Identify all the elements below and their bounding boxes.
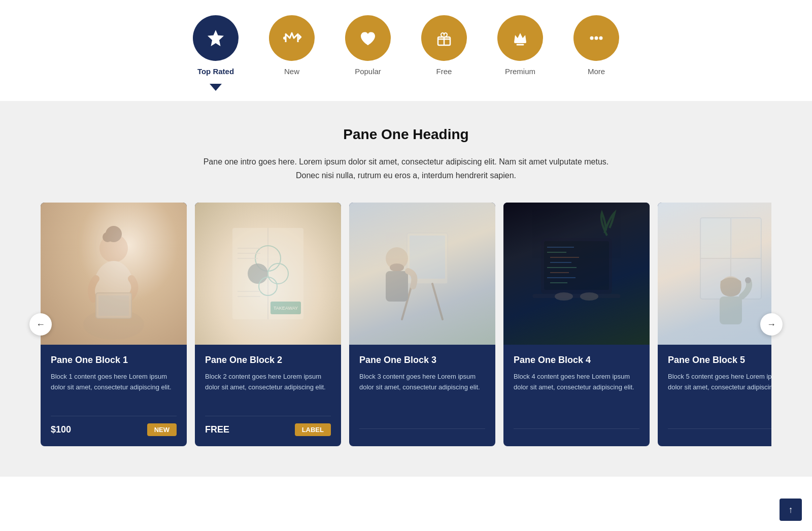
svg-text:TAKEAWAY: TAKEAWAY	[274, 306, 298, 311]
card-1[interactable]: Pane One Block 1 Block 1 content goes he…	[41, 203, 187, 446]
right-arrow-icon: →	[767, 319, 776, 330]
new-icon	[269, 15, 315, 61]
card-2[interactable]: TAKEAWAY Pane One Block 2 Block 2 conten…	[195, 203, 341, 446]
pane-heading: Pane One Heading	[41, 126, 771, 143]
card-2-img-overlay: TAKEAWAY	[195, 203, 341, 345]
card-5-body: Pane One Block 5 Block 5 content goes he…	[658, 345, 771, 446]
svg-rect-48	[701, 219, 730, 258]
tab-more[interactable]: More	[573, 15, 619, 76]
tab-premium[interactable]: Premium	[497, 15, 543, 76]
left-arrow-icon: ←	[36, 319, 45, 330]
svg-point-44	[580, 292, 598, 301]
tab-free[interactable]: Free	[421, 15, 467, 76]
svg-marker-0	[208, 30, 224, 46]
svg-point-31	[390, 263, 404, 272]
popular-label: Popular	[355, 67, 381, 76]
card-1-image	[41, 203, 187, 345]
card-5-image	[658, 203, 771, 345]
card-2-title: Pane One Block 2	[205, 355, 331, 366]
new-label: New	[284, 67, 299, 76]
premium-icon	[497, 15, 543, 61]
svg-point-3	[590, 37, 594, 40]
premium-label: Premium	[505, 67, 535, 76]
card-1-img-overlay	[41, 203, 187, 345]
card-5[interactable]: Pane One Block 5 Block 5 content goes he…	[658, 203, 771, 446]
card-2-image: TAKEAWAY	[195, 203, 341, 345]
free-label: Free	[436, 67, 452, 76]
pane-intro: Pane one intro goes here. Lorem ipsum do…	[203, 155, 609, 182]
tab-top-rated[interactable]: Top Rated	[193, 15, 239, 91]
card-4-title: Pane One Block 4	[514, 355, 639, 366]
card-5-text: Block 5 content goes here Lorem ipsum do…	[668, 372, 771, 418]
svg-point-4	[595, 37, 598, 40]
next-arrow[interactable]: →	[760, 313, 783, 336]
more-label: More	[588, 67, 605, 76]
tab-popular[interactable]: Popular	[345, 15, 391, 76]
card-3-footer	[359, 428, 485, 436]
svg-rect-32	[386, 271, 408, 302]
more-icon	[573, 15, 619, 61]
svg-rect-51	[720, 296, 742, 324]
cards-wrapper: ←	[41, 203, 771, 446]
card-4-footer	[514, 428, 639, 436]
card-2-badge[interactable]: Label	[295, 423, 331, 436]
card-2-text: Block 2 content goes here Lorem ipsum do…	[205, 372, 331, 406]
card-4-text: Block 4 content goes here Lorem ipsum do…	[514, 372, 639, 418]
svg-point-5	[599, 37, 603, 40]
category-nav: Top Rated New Popular	[0, 0, 812, 101]
card-2-footer: FREE Label	[205, 416, 331, 436]
card-3-title: Pane One Block 3	[359, 355, 485, 366]
card-1-price: $100	[51, 424, 71, 435]
svg-rect-12	[98, 295, 129, 316]
card-4-body: Pane One Block 4 Block 4 content goes he…	[503, 345, 650, 446]
card-1-footer: $100 NEW	[51, 416, 177, 436]
content-pane: Pane One Heading Pane one intro goes her…	[0, 101, 812, 477]
card-3-body: Pane One Block 3 Block 3 content goes he…	[349, 345, 495, 446]
svg-point-16	[248, 263, 268, 284]
card-4-img-overlay	[503, 203, 650, 345]
card-1-text: Block 1 content goes here Lorem ipsum do…	[51, 372, 177, 406]
free-icon	[421, 15, 467, 61]
svg-rect-49	[732, 219, 760, 258]
card-4-image	[503, 203, 650, 345]
card-3-image	[349, 203, 495, 345]
card-3-img-overlay	[349, 203, 495, 345]
svg-point-1	[283, 37, 286, 40]
cards-row: Pane One Block 1 Block 1 content goes he…	[41, 203, 771, 446]
card-3[interactable]: Pane One Block 3 Block 3 content goes he…	[349, 203, 495, 446]
tab-new[interactable]: New	[269, 15, 315, 76]
card-1-body: Pane One Block 1 Block 1 content goes he…	[41, 345, 187, 446]
card-4[interactable]: Pane One Block 4 Block 4 content goes he…	[503, 203, 650, 446]
card-2-price: FREE	[205, 424, 229, 435]
popular-icon	[345, 15, 391, 61]
card-5-footer	[668, 428, 771, 436]
card-1-badge[interactable]: NEW	[147, 423, 177, 436]
card-1-title: Pane One Block 1	[51, 355, 177, 366]
top-rated-icon	[193, 15, 239, 61]
card-5-title: Pane One Block 5	[668, 355, 771, 366]
svg-line-29	[432, 284, 443, 319]
card-3-text: Block 3 content goes here Lorem ipsum do…	[359, 372, 485, 418]
svg-point-43	[555, 292, 573, 301]
top-rated-label: Top Rated	[197, 67, 234, 76]
svg-point-52	[745, 277, 751, 283]
svg-point-9	[103, 232, 113, 242]
card-2-body: Pane One Block 2 Block 2 content goes he…	[195, 345, 341, 446]
prev-arrow[interactable]: ←	[29, 313, 52, 336]
card-5-img-overlay	[658, 203, 771, 345]
